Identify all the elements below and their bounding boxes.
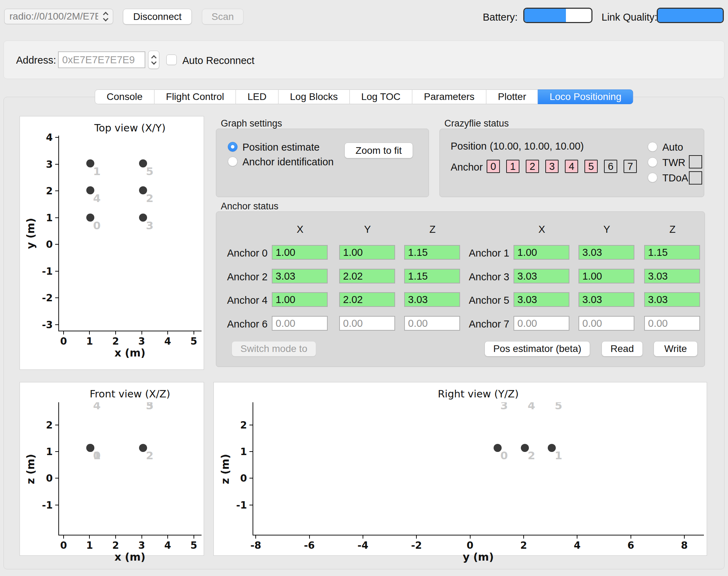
anchor-3-x-field[interactable]: 3.03 <box>514 269 569 283</box>
address-stepper[interactable] <box>148 51 159 69</box>
mode-twr-label: TWR <box>662 157 685 168</box>
anchor-0-x-field[interactable]: 1.00 <box>272 245 328 260</box>
anchor-6-y-field[interactable]: 0.00 <box>339 316 395 331</box>
auto-reconnect-checkbox[interactable] <box>166 55 177 65</box>
column-header-z-0: Z <box>429 224 436 235</box>
disconnect-button[interactable]: Disconnect <box>123 9 192 24</box>
tab-log-blocks[interactable]: Log Blocks <box>278 89 350 104</box>
twr-mode-indicator <box>689 155 702 168</box>
anchor-6-label: Anchor 6 <box>177 318 268 330</box>
anchor-badge-0: 0 <box>487 160 500 173</box>
x-tick-label: 6 <box>627 540 634 551</box>
radio-mode-auto[interactable] <box>648 142 657 152</box>
y-tick <box>55 244 58 245</box>
anchor-5-y-field[interactable]: 3.03 <box>578 292 634 307</box>
radio-anchor-identification[interactable] <box>228 157 238 166</box>
tab-log-toc[interactable]: Log TOC <box>349 89 413 104</box>
connection-uri-text: radio://0/100/2M/E7E <box>5 11 98 22</box>
x-tick <box>63 535 64 539</box>
anchor-1-x-field[interactable]: 1.00 <box>514 245 569 260</box>
radio-mode-tdoa[interactable] <box>648 173 657 182</box>
radio-mode-twr[interactable] <box>648 157 657 167</box>
switch-mode-button[interactable]: Switch mode to <box>232 341 316 357</box>
x-tick-label: 8 <box>681 540 687 551</box>
y-tick-label: 1 <box>46 446 53 458</box>
scan-button[interactable]: Scan <box>202 9 243 24</box>
anchor-7-label: Anchor 7 <box>418 318 509 330</box>
x-tick <box>167 535 168 539</box>
x-tick-label: 2 <box>112 336 119 347</box>
x-tick-label: 0 <box>60 540 67 551</box>
tab-console[interactable]: Console <box>95 89 154 104</box>
write-button[interactable]: Write <box>654 341 698 357</box>
anchor-0-y-field[interactable]: 1.00 <box>339 245 395 260</box>
anchor-dot-label-3: 3 <box>500 402 508 412</box>
anchor-6-x-field[interactable]: 0.00 <box>272 316 328 331</box>
x-tick <box>523 535 524 539</box>
y-tick <box>249 505 253 505</box>
x-tick-label: -6 <box>304 540 315 551</box>
anchor-3-z-field[interactable]: 3.03 <box>644 269 700 283</box>
anchor-badge-1: 1 <box>506 160 519 173</box>
anchor-badge-3: 3 <box>545 160 559 173</box>
mode-tdoa-label: TDoA <box>662 172 688 184</box>
anchor-4-y-field[interactable]: 2.02 <box>339 292 395 307</box>
connection-uri-select[interactable]: radio://0/100/2M/E7E <box>4 9 113 24</box>
tab-led[interactable]: LED <box>236 89 278 104</box>
radio-position-estimate[interactable] <box>228 142 238 152</box>
anchor-2-label: Anchor 2 <box>177 271 268 283</box>
anchor-3-y-field[interactable]: 1.00 <box>578 269 634 283</box>
battery-progress <box>523 8 592 23</box>
tab-parameters[interactable]: Parameters <box>412 89 487 104</box>
anchor-4-x-field[interactable]: 1.00 <box>272 292 328 307</box>
mode-auto-label: Auto <box>662 142 683 153</box>
anchor-dot-label-1: 1 <box>555 449 562 462</box>
anchor-1-z-field[interactable]: 1.15 <box>644 245 700 260</box>
y-tick-label: 0 <box>46 473 53 484</box>
x-tick <box>416 535 417 539</box>
y-tick-label: -1 <box>42 265 53 277</box>
y-tick <box>55 425 58 425</box>
anchor-7-z-field[interactable]: 0.00 <box>644 316 700 331</box>
link-quality-progress-fill <box>658 9 723 22</box>
x-tick <box>255 535 256 539</box>
anchor-1-y-field[interactable]: 3.03 <box>578 245 634 260</box>
tab-plotter[interactable]: Plotter <box>486 89 538 104</box>
anchor-dot-label-2: 2 <box>146 449 154 462</box>
battery-progress-fill <box>524 9 566 22</box>
address-input[interactable] <box>58 51 145 68</box>
anchor-5-x-field[interactable]: 3.03 <box>514 292 569 307</box>
anchor-status-box: Switch mode to Pos estimator (beta) Read… <box>216 211 705 367</box>
anchor-2-x-field[interactable]: 3.03 <box>272 269 328 283</box>
anchor-dot-label-5: 5 <box>146 402 154 412</box>
x-tick <box>363 535 363 539</box>
y-tick <box>55 505 58 505</box>
anchor-2-y-field[interactable]: 2.02 <box>339 269 395 283</box>
auto-reconnect-label: Auto Reconnect <box>182 55 254 66</box>
x-tick-label: 0 <box>60 336 67 347</box>
y-tick <box>249 451 253 452</box>
zoom-to-fit-button[interactable]: Zoom to fit <box>344 143 413 158</box>
read-button[interactable]: Read <box>602 341 643 357</box>
tab-loco-positioning[interactable]: Loco Positioning <box>538 89 633 104</box>
position-label: Position <box>451 141 487 152</box>
crazyflie-status-title: Crazyflie status <box>444 118 509 129</box>
x-tick-label: 4 <box>574 540 581 551</box>
front-view-plot: 435102 <box>58 402 202 535</box>
anchor-7-x-field[interactable]: 0.00 <box>514 316 569 331</box>
pos-estimator-button[interactable]: Pos estimator (beta) <box>485 341 590 357</box>
x-tick <box>194 331 194 334</box>
y-tick <box>55 217 58 218</box>
anchor-7-y-field[interactable]: 0.00 <box>578 316 634 331</box>
y-tick-label: -3 <box>42 319 53 330</box>
x-tick <box>684 535 685 539</box>
x-tick-label: 1 <box>86 540 93 551</box>
anchor-5-z-field[interactable]: 3.03 <box>644 292 700 307</box>
anchor-dot-label-4: 4 <box>528 402 536 412</box>
tab-flight-control[interactable]: Flight Control <box>154 89 236 104</box>
y-tick-label: 2 <box>240 419 247 431</box>
anchor-dot-label-0: 0 <box>93 449 101 462</box>
x-tick <box>63 331 64 334</box>
anchor-dot-label-0: 0 <box>93 219 101 232</box>
x-tick-label: -8 <box>250 540 261 551</box>
